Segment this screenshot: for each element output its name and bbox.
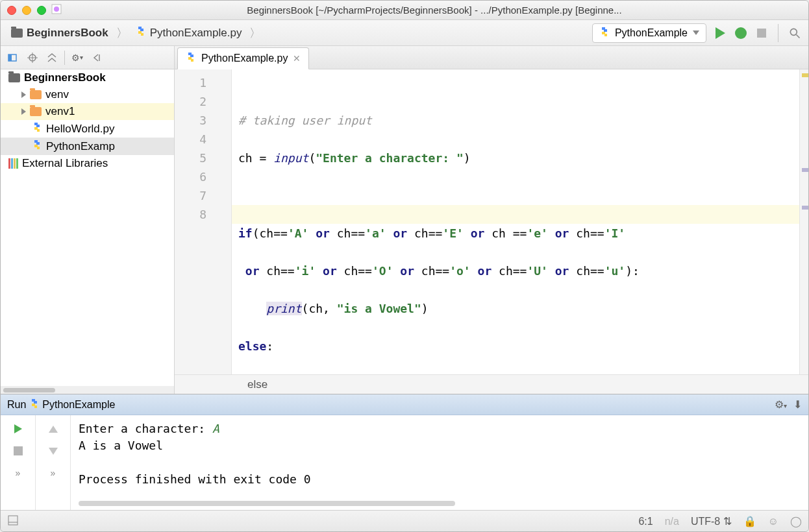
- tree-file-helloworld[interactable]: HelloWorld.py: [1, 120, 174, 138]
- svg-point-1: [54, 6, 59, 12]
- encoding-selector[interactable]: UTF-8 ⇅: [691, 515, 732, 527]
- cursor-position[interactable]: 6:1: [638, 516, 653, 527]
- svg-line-3: [797, 34, 800, 38]
- run-button[interactable]: [713, 26, 727, 40]
- debug-button[interactable]: [734, 26, 748, 40]
- close-icon[interactable]: ✕: [293, 53, 301, 64]
- editor-tab-label: PythonExample.py: [201, 53, 288, 64]
- library-icon: [8, 158, 18, 169]
- tree-item-label: HelloWorld.py: [46, 123, 115, 136]
- code-token: [238, 302, 266, 315]
- notifications-icon[interactable]: ◯: [790, 515, 802, 527]
- tree-file-pythonexample[interactable]: PythonExamp: [1, 138, 174, 155]
- tree-external-libraries[interactable]: External Libraries: [1, 155, 174, 172]
- project-view-button[interactable]: [5, 49, 21, 66]
- maximize-window-button[interactable]: [37, 6, 46, 15]
- close-window-button[interactable]: [7, 6, 16, 15]
- svg-rect-9: [8, 516, 18, 525]
- indent-info[interactable]: n/a: [665, 516, 679, 527]
- run-config-selector[interactable]: PythonExample: [592, 23, 706, 43]
- more-button[interactable]: »: [45, 465, 62, 481]
- up-button[interactable]: [45, 420, 62, 437]
- marker-bar[interactable]: [799, 69, 808, 374]
- main-toolbar: BeginnersBook 〉 PythonExample.py 〉 Pytho…: [1, 20, 808, 46]
- gutter[interactable]: 1 2 3 4 5 6 7 8: [175, 69, 232, 374]
- scrollbar-thumb[interactable]: [3, 388, 55, 393]
- editor-breadcrumb[interactable]: else: [175, 374, 808, 394]
- more-button[interactable]: »: [10, 465, 27, 481]
- console-text: Process finished with exit code 0: [79, 471, 801, 488]
- chevron-down-icon: [693, 30, 699, 35]
- editor-area: PythonExample.py ✕ 1 2 3 4 5 6 7 8 # tak…: [175, 46, 808, 394]
- stop-run-button[interactable]: [10, 442, 27, 459]
- run-panel-header[interactable]: Run PythonExample ⚙▾ ⬇: [1, 394, 808, 415]
- run-controls-nav: »: [36, 415, 71, 510]
- code-token: or: [308, 226, 336, 240]
- info-marker[interactable]: [802, 206, 808, 210]
- run-label: Run: [7, 399, 26, 411]
- code-token: 'O': [372, 264, 393, 278]
- warning-marker[interactable]: [802, 73, 808, 77]
- titlebar: BeginnersBook [~/PycharmProjects/Beginne…: [1, 1, 808, 20]
- code-token: or: [471, 264, 499, 278]
- stop-button[interactable]: [754, 26, 769, 40]
- scrollbar-thumb[interactable]: [79, 501, 455, 506]
- console-text: Enter a character:: [79, 422, 212, 435]
- chevron-double-icon: »: [51, 468, 56, 478]
- search-button[interactable]: [788, 26, 802, 40]
- python-file-icon: [599, 27, 610, 40]
- inspector-icon[interactable]: ☺: [768, 516, 778, 527]
- code-content[interactable]: # taking user input ch = input("Enter a …: [232, 69, 799, 374]
- sidebar-settings-button[interactable]: ⚙▾: [69, 49, 86, 66]
- tree-item-label: venv1: [45, 105, 75, 118]
- tree-folder-venv1[interactable]: venv1: [1, 103, 174, 120]
- collapse-all-button[interactable]: [44, 49, 60, 66]
- console-scrollbar[interactable]: [79, 501, 801, 507]
- python-file-icon: [29, 398, 40, 411]
- line-number: 4: [175, 130, 231, 149]
- code-token: "is a Vowel": [337, 302, 421, 315]
- breadcrumb-project[interactable]: BeginnersBook: [7, 25, 112, 42]
- chevron-double-icon: »: [16, 468, 21, 478]
- tool-window-button[interactable]: [7, 514, 19, 529]
- expand-icon[interactable]: [21, 91, 26, 98]
- project-tree[interactable]: BeginnersBook venv venv1 HelloWorld.py P…: [1, 69, 174, 386]
- code-token: ch==: [576, 226, 604, 240]
- chevron-right-icon: 〉: [249, 25, 261, 41]
- code-token: ch==: [499, 264, 527, 278]
- code-token: or: [316, 264, 343, 278]
- code-token: ):: [625, 264, 640, 278]
- svg-rect-5: [8, 54, 12, 61]
- tree-root[interactable]: BeginnersBook: [1, 69, 174, 86]
- python-file-icon: [32, 122, 42, 136]
- svg-point-2: [790, 29, 797, 35]
- code-token: 'U': [527, 264, 548, 278]
- code-token: print: [266, 302, 301, 315]
- sidebar-scrollbar[interactable]: [1, 386, 174, 394]
- lock-icon[interactable]: 🔒: [743, 515, 756, 527]
- python-file-icon: [186, 52, 196, 65]
- expand-icon[interactable]: [21, 108, 26, 115]
- code-token: # taking user input: [238, 114, 372, 127]
- code-token: 'o': [449, 264, 471, 278]
- editor-breadcrumb-label: else: [247, 378, 268, 391]
- code-token: (: [308, 151, 316, 165]
- rerun-button[interactable]: [10, 420, 27, 437]
- breadcrumb-file[interactable]: PythonExample.py: [132, 24, 246, 42]
- scroll-from-source-button[interactable]: [24, 49, 41, 66]
- down-button[interactable]: [45, 442, 62, 459]
- code-editor[interactable]: 1 2 3 4 5 6 7 8 # taking user input ch =…: [175, 69, 808, 374]
- line-number: 3: [175, 111, 231, 130]
- export-button[interactable]: ⬇: [793, 398, 802, 411]
- info-marker[interactable]: [802, 168, 808, 172]
- minimize-window-button[interactable]: [22, 6, 31, 15]
- hide-sidebar-button[interactable]: [88, 49, 105, 66]
- python-file-icon: [32, 139, 42, 153]
- line-number: 6: [175, 167, 231, 186]
- editor-tab-pythonexample[interactable]: PythonExample.py ✕: [177, 47, 309, 69]
- app-icon: [51, 4, 62, 16]
- run-settings-button[interactable]: ⚙▾: [775, 398, 787, 411]
- console-output[interactable]: Enter a character: A A is a Vowel Proces…: [71, 415, 808, 510]
- tree-folder-venv[interactable]: venv: [1, 86, 174, 103]
- code-token: ch==: [576, 264, 604, 278]
